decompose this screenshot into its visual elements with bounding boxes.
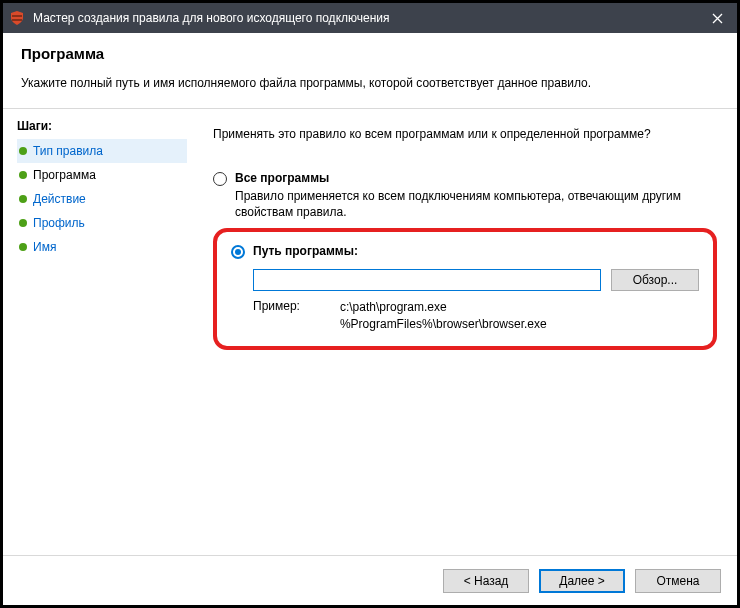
cancel-button[interactable]: Отмена: [635, 569, 721, 593]
svg-rect-1: [12, 19, 22, 21]
option-all-programs: Все программы Правило применяется ко все…: [213, 171, 717, 220]
wizard-header: Программа Укажите полный путь и имя испо…: [3, 33, 737, 108]
steps-heading: Шаги:: [17, 119, 187, 133]
radio-all-programs[interactable]: [213, 172, 227, 186]
steps-sidebar: Шаги: Тип правила Программа Действие Про…: [3, 109, 193, 555]
step-action[interactable]: Действие: [17, 187, 187, 211]
example-label: Пример:: [253, 299, 300, 331]
wizard-window: Мастер создания правила для нового исход…: [0, 0, 740, 608]
next-button[interactable]: Далее >: [539, 569, 625, 593]
firewall-shield-icon: [9, 10, 25, 26]
window-title: Мастер создания правила для нового исход…: [33, 11, 697, 25]
main-panel: Применять это правило ко всем программам…: [193, 109, 737, 555]
titlebar: Мастер создания правила для нового исход…: [3, 3, 737, 33]
main-prompt: Применять это правило ко всем программам…: [213, 127, 717, 141]
all-programs-desc: Правило применяется ко всем подключениям…: [235, 188, 717, 220]
step-profile[interactable]: Профиль: [17, 211, 187, 235]
close-button[interactable]: [697, 3, 737, 33]
page-title: Программа: [21, 45, 719, 62]
example-values: c:\path\program.exe %ProgramFiles%\brows…: [340, 299, 547, 331]
page-subtitle: Укажите полный путь и имя исполняемого ф…: [21, 76, 719, 90]
wizard-body: Шаги: Тип правила Программа Действие Про…: [3, 108, 737, 555]
step-bullet-icon: [19, 195, 27, 203]
radio-all-programs-label[interactable]: Все программы: [235, 171, 329, 185]
step-bullet-icon: [19, 219, 27, 227]
radio-program-path[interactable]: [231, 245, 245, 259]
step-name[interactable]: Имя: [17, 235, 187, 259]
radio-program-path-label[interactable]: Путь программы:: [253, 244, 358, 258]
wizard-footer: < Назад Далее > Отмена: [3, 555, 737, 605]
program-path-highlight: Путь программы: Обзор... Пример: c:\path…: [213, 228, 717, 349]
browse-button[interactable]: Обзор...: [611, 269, 699, 291]
step-rule-type[interactable]: Тип правила: [17, 139, 187, 163]
svg-rect-0: [12, 15, 22, 17]
program-path-input[interactable]: [253, 269, 601, 291]
close-icon: [712, 13, 723, 24]
step-bullet-icon: [19, 147, 27, 155]
back-button[interactable]: < Назад: [443, 569, 529, 593]
step-bullet-icon: [19, 171, 27, 179]
step-bullet-icon: [19, 243, 27, 251]
step-program[interactable]: Программа: [17, 163, 187, 187]
